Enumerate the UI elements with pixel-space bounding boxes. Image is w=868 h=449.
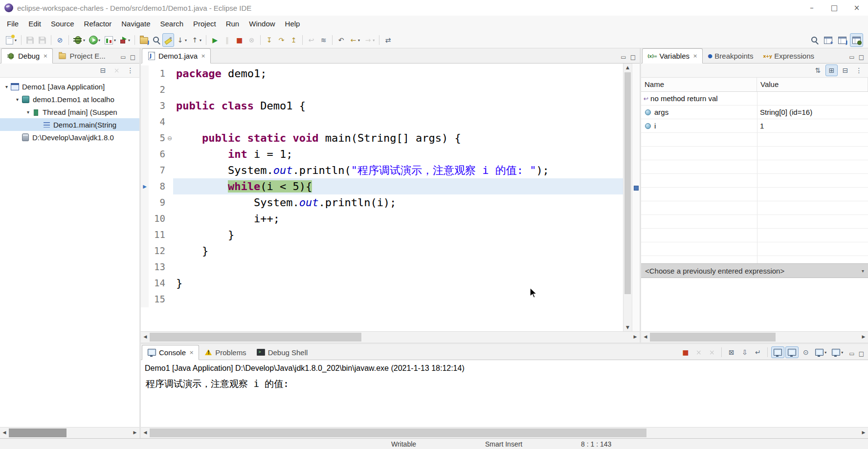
console-output-area[interactable]: Demo1 [Java Application] D:\Develop\Java… xyxy=(141,360,868,427)
minimize-view-button[interactable]: ▭ xyxy=(849,54,854,60)
menu-file[interactable]: File xyxy=(2,16,23,32)
step-into-icon[interactable]: ↧ xyxy=(263,33,275,47)
new-java-project-icon[interactable]: J xyxy=(137,33,151,47)
debug-icon[interactable]: ▾ xyxy=(71,33,87,47)
tab-demo1-java[interactable]: J Demo1.java × xyxy=(142,48,211,64)
code-content[interactable]: package demo1;public class Demo1 { publi… xyxy=(173,64,623,331)
code-editor[interactable]: 12345⊖67▶89101112131415 package demo1;pu… xyxy=(141,64,640,331)
scrollbar-track[interactable] xyxy=(9,428,131,438)
minimize-view-button[interactable]: ▭ xyxy=(621,54,626,60)
fold-marker-icon[interactable]: ⊖ xyxy=(166,135,173,142)
variable-row[interactable]: i1 xyxy=(641,119,868,133)
scroll-right-arrow-icon[interactable]: ▶ xyxy=(631,332,640,342)
code-line[interactable]: System.out.println(i); xyxy=(173,194,623,211)
use-step-filters-icon[interactable]: ≋ xyxy=(317,33,330,47)
menu-project[interactable]: Project xyxy=(188,16,221,32)
scrollbar-thumb[interactable] xyxy=(150,333,361,342)
scrollbar-track[interactable] xyxy=(150,428,859,438)
run-external-tools-icon[interactable]: ▾ xyxy=(118,33,132,47)
code-line[interactable]: package demo1; xyxy=(173,65,623,82)
tab-debug-shell[interactable]: > Debug Shell xyxy=(251,345,313,360)
scroll-right-arrow-icon[interactable]: ▶ xyxy=(859,332,868,342)
back-icon[interactable]: ←▾ xyxy=(347,33,362,47)
debug-perspective-icon[interactable] xyxy=(850,33,863,47)
tree-expander-icon[interactable]: ▾ xyxy=(24,109,32,115)
scroll-right-arrow-icon[interactable]: ▶ xyxy=(131,428,139,438)
debug-tree-item[interactable]: Demo1.main(String xyxy=(0,118,139,131)
code-line[interactable]: System.out.println("程序调试演示，注意观察 i 的值: ")… xyxy=(173,162,623,178)
pin-console-icon[interactable]: ⊙ xyxy=(800,346,812,358)
column-value[interactable]: Value xyxy=(757,78,868,91)
code-line[interactable]: public static void main(String[] args) { xyxy=(173,130,623,146)
scrollbar-thumb[interactable] xyxy=(650,333,776,342)
maximize-view-button[interactable]: □ xyxy=(630,54,636,60)
code-line[interactable]: } xyxy=(173,227,623,243)
step-return-icon[interactable]: ↥ xyxy=(288,33,300,47)
scroll-right-arrow-icon[interactable]: ▶ xyxy=(859,428,868,438)
minimize-view-button[interactable]: ▭ xyxy=(120,54,126,60)
scrollbar-thumb[interactable] xyxy=(624,72,631,294)
link-with-editor-icon[interactable]: ⇄ xyxy=(382,33,394,47)
tab-debug[interactable]: Debug × xyxy=(1,48,53,64)
close-icon[interactable]: × xyxy=(189,349,194,356)
code-line[interactable] xyxy=(173,291,623,307)
scroll-left-arrow-icon[interactable]: ◀ xyxy=(141,428,150,438)
menu-window[interactable]: Window xyxy=(244,16,280,32)
scroll-left-arrow-icon[interactable]: ◀ xyxy=(141,332,150,342)
tab-expressions[interactable]: x+y Expressions xyxy=(758,49,819,63)
tree-expander-icon[interactable]: ▾ xyxy=(14,97,21,102)
terminate-console-icon[interactable]: ■ xyxy=(679,346,691,358)
expression-combo[interactable]: <Choose a previously entered expression>… xyxy=(641,263,868,278)
code-line[interactable]: } xyxy=(173,243,623,259)
variables-horizontal-scrollbar[interactable]: ◀ ▶ xyxy=(641,331,868,342)
code-line[interactable]: while(i < 5){ xyxy=(173,178,623,194)
show-console-on-stdout-icon[interactable] xyxy=(771,346,784,358)
scrollbar-thumb[interactable] xyxy=(150,428,646,437)
scrollbar-track[interactable] xyxy=(150,332,631,342)
collapse-all-icon[interactable]: ⊟ xyxy=(97,64,109,76)
window-minimize-button[interactable]: – xyxy=(801,0,823,16)
editor-horizontal-scrollbar[interactable]: ◀ ▶ xyxy=(141,331,640,342)
code-line[interactable]: public class Demo1 { xyxy=(173,98,623,114)
maximize-view-button[interactable]: □ xyxy=(859,54,864,60)
scrollbar-thumb[interactable] xyxy=(9,428,67,437)
collapse-all-icon[interactable]: ⊟ xyxy=(839,64,851,76)
debug-tree-item[interactable]: ▾Demo1 [Java Application] xyxy=(0,80,139,93)
code-line[interactable] xyxy=(173,114,623,130)
overview-ruler[interactable] xyxy=(632,64,640,331)
scroll-lock-icon[interactable]: ⇩ xyxy=(738,346,751,358)
close-icon[interactable]: × xyxy=(201,53,205,59)
view-menu-icon[interactable]: ⋮ xyxy=(124,64,136,76)
view-menu-icon[interactable]: ⋮ xyxy=(853,64,865,76)
debug-horizontal-scrollbar[interactable]: ◀ ▶ xyxy=(0,427,139,438)
run-icon[interactable]: ▾ xyxy=(87,33,102,47)
scroll-left-arrow-icon[interactable]: ◀ xyxy=(641,332,650,342)
show-console-on-stderr-icon[interactable] xyxy=(785,346,799,358)
code-line[interactable] xyxy=(173,259,623,275)
show-type-names-icon[interactable]: ⇅ xyxy=(812,64,824,76)
menu-edit[interactable]: Edit xyxy=(23,16,46,32)
terminate-icon[interactable]: ■ xyxy=(233,33,245,47)
java-perspective-icon[interactable]: J xyxy=(836,33,849,47)
word-wrap-icon[interactable]: ↵ xyxy=(752,346,764,358)
new-wizard-icon[interactable]: ▾ xyxy=(3,33,19,47)
tab-breakpoints[interactable]: ● Breakpoints xyxy=(703,49,758,63)
variable-row[interactable]: ↩no method return val xyxy=(641,92,868,106)
current-line-marker[interactable] xyxy=(634,186,639,191)
clear-console-icon[interactable]: ⊠ xyxy=(725,346,737,358)
maximize-view-button[interactable]: □ xyxy=(130,54,135,60)
debug-tree-item[interactable]: ▾Thread [main] (Suspen xyxy=(0,106,139,118)
step-over-icon[interactable]: ↷ xyxy=(275,33,288,47)
menu-run[interactable]: Run xyxy=(221,16,245,32)
variables-detail-pane[interactable] xyxy=(641,278,868,331)
close-icon[interactable]: × xyxy=(693,53,697,59)
tab-console[interactable]: Console × xyxy=(142,345,199,360)
code-line[interactable]: int i = 1; xyxy=(173,146,623,162)
scrollbar-track[interactable] xyxy=(650,332,859,342)
console-horizontal-scrollbar[interactable]: ◀ ▶ xyxy=(141,427,868,438)
tree-expander-icon[interactable]: ▾ xyxy=(3,84,10,89)
menu-refactor[interactable]: Refactor xyxy=(79,16,117,32)
code-line[interactable] xyxy=(173,82,623,98)
chevron-down-icon[interactable]: ▾ xyxy=(862,268,864,274)
last-edit-location-icon[interactable]: ↶ xyxy=(335,33,347,47)
